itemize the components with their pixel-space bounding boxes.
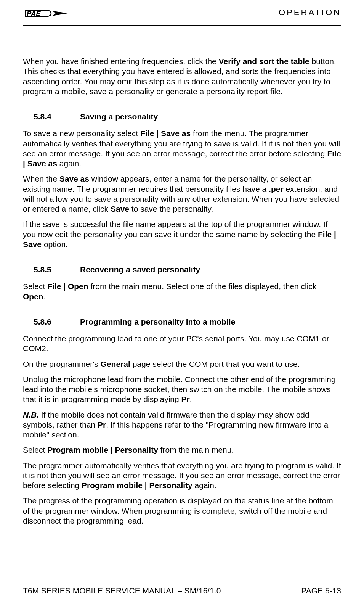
intro-paragraph: When you have finished entering frequenc…: [23, 56, 341, 96]
body-paragraph: Connect the programming lead to one of y…: [23, 334, 341, 354]
section-title: Programming a personality into a mobile: [80, 317, 235, 327]
footer-left: T6M SERIES MOBILE SERVICE MANUAL – SM/16…: [23, 586, 221, 595]
section-number: 5.8.5: [34, 265, 61, 275]
body-paragraph: N.B. If the mobile does not contain vali…: [23, 410, 341, 440]
body-paragraph: To save a new personality select File | …: [23, 129, 341, 169]
section-heading: 5.8.5Recovering a saved personality: [34, 265, 341, 275]
section-heading: 5.8.6Programming a personality into a mo…: [34, 317, 341, 327]
pae-logo: PAE: [23, 8, 74, 24]
body-paragraph: The progress of the programming operatio…: [23, 496, 341, 526]
section-number: 5.8.6: [34, 317, 61, 327]
section-number: 5.8.4: [34, 112, 61, 122]
body-paragraph: On the programmer's General page select …: [23, 359, 341, 369]
section-title: Recovering a saved personality: [80, 265, 200, 275]
document-body: When you have finished entering frequenc…: [23, 56, 341, 526]
section-heading: 5.8.4Saving a personality: [34, 112, 341, 122]
body-paragraph: Unplug the microphone lead from the mobi…: [23, 375, 341, 405]
svg-marker-1: [52, 11, 67, 16]
body-paragraph: If the save is successful the file name …: [23, 219, 341, 249]
body-paragraph: The programmer automatically verifies th…: [23, 461, 341, 491]
body-paragraph: Select File | Open from the main menu. S…: [23, 281, 341, 302]
body-paragraph: Select Program mobile | Personality from…: [23, 445, 341, 455]
body-paragraph: When the Save as window appears, enter a…: [23, 174, 341, 214]
header-title: OPERATION: [279, 8, 341, 18]
page-footer: T6M SERIES MOBILE SERVICE MANUAL – SM/16…: [23, 582, 341, 595]
footer-right: PAGE 5-13: [301, 586, 341, 595]
svg-text:PAE: PAE: [27, 10, 41, 18]
page-header: PAE OPERATION: [23, 8, 341, 26]
section-title: Saving a personality: [80, 112, 158, 122]
